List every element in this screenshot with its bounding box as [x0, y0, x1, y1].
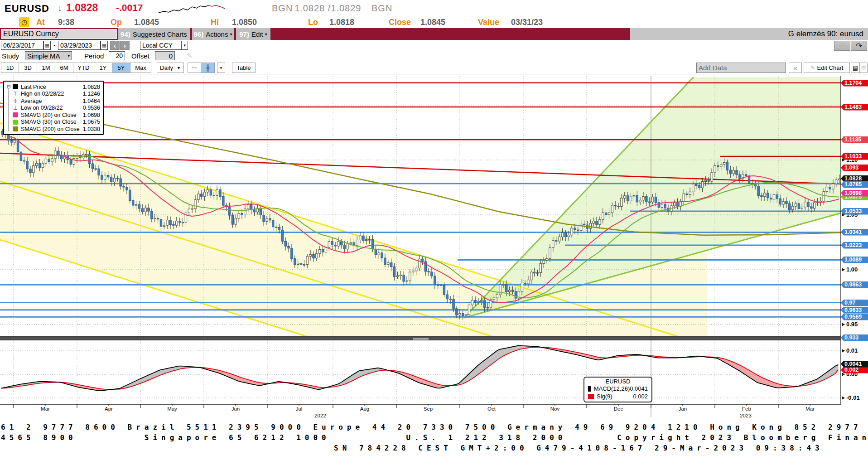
candle-body	[39, 164, 40, 168]
candle-body	[639, 200, 641, 202]
candle-body	[306, 257, 308, 265]
candle-body	[568, 235, 569, 237]
divider-grip-icon[interactable]	[413, 338, 429, 340]
macd-legend-value: 0.0041	[630, 385, 648, 392]
candle-body	[651, 197, 653, 202]
macd-legend-rows: MACD(12,26)0.0041Sig(9)0.002	[588, 385, 648, 400]
candle-body	[107, 175, 109, 177]
candle-body	[608, 213, 610, 215]
candle-body	[502, 285, 504, 286]
candle-body	[138, 205, 140, 209]
candle-body	[810, 207, 812, 208]
macd-legend-row: Sig(9)0.002	[588, 392, 648, 400]
candle-body	[45, 159, 47, 164]
candle-body	[391, 263, 392, 267]
candle-body	[148, 208, 149, 211]
candle-body	[496, 295, 498, 298]
candle-body	[20, 152, 22, 160]
candle-body	[343, 245, 345, 249]
candle-body	[116, 178, 118, 179]
candle-body	[95, 169, 96, 170]
candle-body	[711, 173, 713, 181]
legend-row[interactable]: SMAVG (20) on Close1.0698	[7, 111, 100, 119]
candle-body	[403, 275, 405, 281]
candle-body	[801, 207, 803, 209]
candle-body	[222, 196, 224, 205]
candle-body	[661, 204, 663, 208]
candle-body	[549, 247, 551, 258]
candle-body	[540, 264, 541, 273]
candle-body	[764, 193, 766, 197]
candle-body	[33, 166, 34, 173]
legend-collapse-icon[interactable]: ⊟	[7, 84, 13, 90]
candle-body	[51, 159, 53, 162]
candle-body	[621, 198, 622, 206]
legend-rows: ⊟Last Price1.0828⊤High on 02/28/221.1246…	[7, 83, 100, 133]
candle-body	[673, 203, 675, 206]
candle-body	[434, 276, 436, 285]
candle-body	[508, 290, 510, 292]
candle-body	[294, 259, 296, 265]
legend-row[interactable]: ⊤High on 02/28/221.1246	[7, 91, 100, 98]
candle-body	[776, 195, 778, 199]
candle-body	[589, 223, 591, 228]
chart-legend[interactable]: ⊟Last Price1.0828⊤High on 02/28/221.1246…	[3, 81, 104, 135]
legend-marker-icon: ✛	[13, 98, 18, 104]
candle-body	[599, 219, 601, 224]
candle-body	[577, 230, 579, 231]
candle-body	[814, 203, 815, 208]
candle-body	[338, 242, 339, 246]
candle-body	[745, 174, 747, 176]
candle-body	[368, 239, 370, 240]
legend-row[interactable]: ✛Average1.0464	[7, 97, 100, 105]
candle-body	[160, 219, 162, 227]
candle-body	[564, 233, 566, 237]
candle-body	[36, 164, 38, 166]
candle-body	[561, 233, 563, 237]
legend-swatch	[13, 112, 18, 117]
candle-body	[717, 166, 719, 167]
panel-divider[interactable]	[0, 336, 841, 340]
chart-canvas[interactable]	[0, 0, 868, 470]
candle-body	[356, 240, 358, 245]
candle-body	[571, 228, 573, 235]
candle-body	[58, 151, 59, 155]
candle-body	[798, 204, 800, 208]
legend-row[interactable]: SMAVG (200) on Close1.0338	[7, 126, 100, 133]
legend-value: 1.0464	[83, 98, 100, 104]
candle-body	[113, 178, 115, 182]
candle-body	[157, 218, 159, 219]
candle-body	[415, 268, 417, 271]
legend-row[interactable]: ⊟Last Price1.0828	[7, 83, 100, 91]
candle-body	[110, 177, 112, 182]
candle-body	[275, 227, 277, 228]
candle-body	[530, 272, 532, 280]
legend-marker-icon: ⊤	[13, 91, 18, 97]
legend-row[interactable]: ⊥Low on 09/28/220.9536	[7, 105, 100, 112]
candle-body	[543, 260, 545, 263]
candle-body	[481, 300, 482, 301]
candle-body	[770, 198, 772, 199]
legend-row[interactable]: SMAVG (30) on Close1.0675	[7, 119, 100, 126]
candle-body	[198, 194, 199, 199]
candle-body	[101, 175, 103, 179]
candle-body	[524, 283, 526, 284]
candle-body	[154, 218, 156, 219]
candle-body	[614, 205, 616, 206]
candle-body	[627, 196, 628, 201]
candle-body	[231, 215, 233, 224]
candle-body	[216, 189, 218, 195]
candle-body	[471, 300, 473, 305]
macd-fill	[113, 366, 200, 389]
macd-legend-label: Sig(9)	[597, 393, 633, 400]
candle-body	[552, 241, 554, 247]
candle-body	[421, 259, 423, 262]
legend-label: Low on 09/28/22	[21, 105, 83, 111]
macd-legend[interactable]: EURUSD MACD(12,26)0.0041Sig(9)0.002	[583, 377, 652, 402]
candle-body	[443, 285, 445, 295]
candle-body	[263, 215, 265, 222]
candle-body	[465, 315, 467, 315]
candle-body	[247, 204, 249, 209]
bloomberg-terminal-screen: EURUSD ↓ 1.0828 -.0017 BGN 1.0828 /1.082…	[0, 0, 868, 470]
candle-body	[714, 166, 716, 173]
